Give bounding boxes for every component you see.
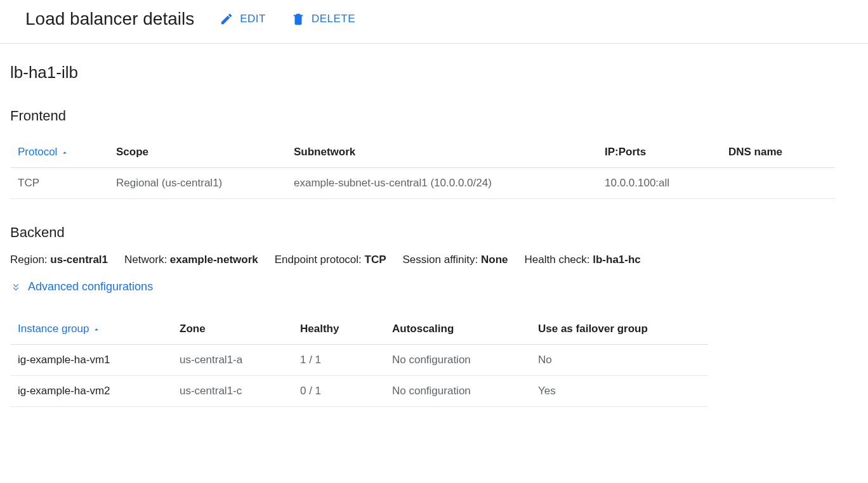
cell-dns-name (721, 168, 835, 199)
content-area: lb-ha1-ilb Frontend Protocol Scope Subne… (0, 44, 868, 407)
col-subnetwork[interactable]: Subnetwork (286, 137, 597, 168)
meta-health: Health check: lb-ha1-hc (525, 254, 641, 266)
meta-region: Region: us-central1 (10, 254, 108, 266)
health-value: lb-ha1-hc (593, 254, 641, 266)
trash-icon (291, 12, 305, 26)
advanced-configurations-toggle[interactable]: Advanced configurations (10, 280, 858, 293)
cell-failover: No (530, 345, 708, 376)
endpoint-label: Endpoint protocol: (275, 254, 362, 266)
cell-failover: Yes (530, 376, 708, 407)
table-header-row: Protocol Scope Subnetwork IP:Ports DNS n… (10, 137, 835, 168)
col-instance-group[interactable]: Instance group (10, 314, 172, 345)
col-dns-name[interactable]: DNS name (721, 137, 835, 168)
col-scope[interactable]: Scope (109, 137, 286, 168)
backend-table: Instance group Zone Healthy Autoscaling … (10, 314, 708, 407)
cell-zone: us-central1-c (172, 376, 293, 407)
header-bar: Load balancer details EDIT DELETE (0, 0, 868, 44)
cell-zone: us-central1-a (172, 345, 293, 376)
col-ip-ports[interactable]: IP:Ports (597, 137, 721, 168)
col-healthy[interactable]: Healthy (293, 314, 385, 345)
network-value: example-network (170, 254, 258, 266)
frontend-title: Frontend (10, 108, 858, 124)
page-title: Load balancer details (25, 9, 194, 29)
col-protocol[interactable]: Protocol (10, 137, 109, 168)
cell-instance-group: ig-example-ha-vm2 (10, 376, 172, 407)
session-value: None (481, 254, 508, 266)
session-label: Session affinity: (403, 254, 478, 266)
edit-button[interactable]: EDIT (220, 12, 266, 26)
backend-meta: Region: us-central1 Network: example-net… (10, 254, 858, 266)
meta-session: Session affinity: None (403, 254, 508, 266)
double-chevron-down-icon (10, 281, 22, 293)
cell-instance-group: ig-example-ha-vm1 (10, 345, 172, 376)
cell-autoscaling: No configuration (385, 345, 530, 376)
network-label: Network: (124, 254, 167, 266)
delete-label: DELETE (312, 13, 355, 25)
cell-autoscaling: No configuration (385, 376, 530, 407)
cell-subnetwork: example-subnet-us-central1 (10.0.0.0/24) (286, 168, 597, 199)
frontend-table: Protocol Scope Subnetwork IP:Ports DNS n… (10, 137, 835, 199)
table-row: ig-example-ha-vm1 us-central1-a 1 / 1 No… (10, 345, 708, 376)
chevron-up-icon (92, 325, 101, 334)
table-header-row: Instance group Zone Healthy Autoscaling … (10, 314, 708, 345)
cell-ip-ports: 10.0.0.100:all (597, 168, 721, 199)
region-label: Region: (10, 254, 48, 266)
region-value: us-central1 (50, 254, 108, 266)
cell-protocol: TCP (10, 168, 109, 199)
col-instance-group-label: Instance group (18, 323, 89, 335)
meta-network: Network: example-network (124, 254, 258, 266)
meta-endpoint: Endpoint protocol: TCP (275, 254, 386, 266)
delete-button[interactable]: DELETE (291, 12, 355, 26)
table-row: TCP Regional (us-central1) example-subne… (10, 168, 835, 199)
col-autoscaling[interactable]: Autoscaling (385, 314, 530, 345)
col-protocol-label: Protocol (18, 146, 57, 158)
cell-scope: Regional (us-central1) (109, 168, 286, 199)
advanced-configurations-label: Advanced configurations (28, 280, 153, 293)
backend-title: Backend (10, 224, 858, 241)
chevron-up-icon (60, 148, 69, 157)
col-zone[interactable]: Zone (172, 314, 293, 345)
lb-name: lb-ha1-ilb (10, 63, 858, 82)
cell-healthy: 1 / 1 (293, 345, 385, 376)
col-failover[interactable]: Use as failover group (530, 314, 708, 345)
endpoint-value: TCP (365, 254, 386, 266)
pencil-icon (220, 12, 233, 26)
edit-label: EDIT (240, 13, 266, 25)
cell-healthy: 0 / 1 (293, 376, 385, 407)
health-label: Health check: (525, 254, 590, 266)
table-row: ig-example-ha-vm2 us-central1-c 0 / 1 No… (10, 376, 708, 407)
